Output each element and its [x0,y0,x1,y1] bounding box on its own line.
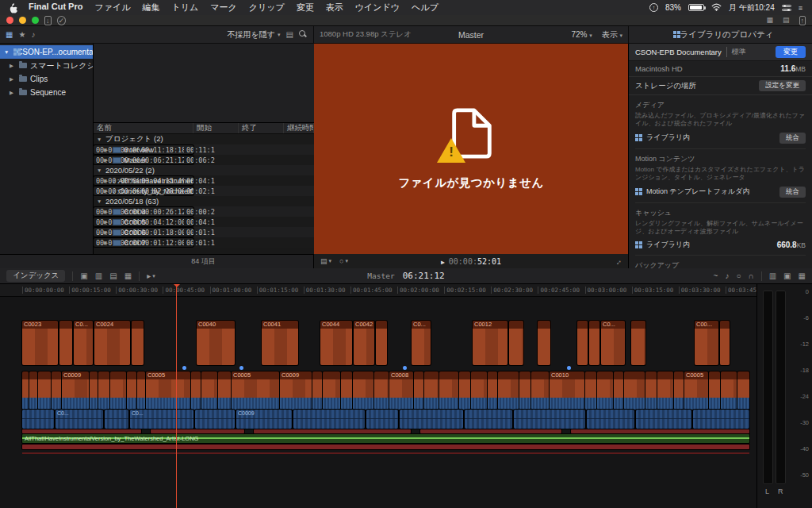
primary-storyline-clip[interactable] [137,371,145,410]
primary-storyline-clip[interactable] [353,371,373,410]
primary-storyline-clip[interactable] [98,371,109,410]
sidebar-item[interactable]: ▶Sequence [0,86,93,99]
clip-appearance-icon[interactable]: ▤ [286,30,293,39]
primary-storyline-clip[interactable] [90,371,98,410]
connected-video-clip[interactable] [589,321,599,365]
modify-settings-button[interactable]: 設定を変更 [759,80,806,91]
primary-storyline-clip[interactable] [341,371,352,410]
viewer-view-dropdown[interactable]: 表示 ▾ [602,29,622,40]
primary-storyline-clip[interactable] [22,371,29,410]
primary-storyline-clip[interactable] [191,371,201,410]
primary-storyline-clip[interactable]: C0008 [389,371,413,410]
primary-storyline-clip[interactable] [657,371,673,410]
primary-storyline-clip[interactable] [459,371,470,410]
disclosure-icon[interactable]: ▶ [10,76,16,83]
column-header[interactable]: 終了 [239,123,284,133]
upload-status-icon[interactable]: ↑ [649,3,658,12]
clip-marker[interactable] [403,366,407,370]
audio-role-segment[interactable] [22,429,141,433]
connected-audio-clip[interactable] [465,410,512,429]
primary-storyline-clip[interactable] [585,371,596,410]
menu-item[interactable]: ウインドウ [355,2,400,13]
close-window-button[interactable] [6,17,13,24]
connected-audio-clip[interactable] [636,410,691,429]
skimming-icon[interactable]: ~ [714,271,718,280]
play-button[interactable]: ▶ [441,259,445,266]
photos-audio-sidebar-icon[interactable]: ★ [18,30,25,39]
connected-audio-clip[interactable] [514,410,585,429]
connected-audio-clip[interactable] [22,410,54,429]
primary-storyline-clip[interactable] [127,371,136,410]
connected-video-clip[interactable] [509,321,523,365]
browser-filmstrip-area[interactable] [94,44,314,123]
search-icon[interactable] [299,30,308,39]
primary-storyline-clip[interactable] [471,371,487,410]
menu-item[interactable]: 変更 [297,2,314,13]
browser-layout-icon[interactable]: ▦ [766,16,773,25]
viewer-canvas[interactable]: ! ファイルが見つかりません [314,44,628,254]
index-button[interactable]: インデックス [6,270,65,282]
primary-storyline-clip[interactable] [531,371,549,410]
connected-audio-clip[interactable]: C0009 [236,410,292,429]
connected-video-clip[interactable]: C0024 [94,321,130,365]
primary-storyline-clip[interactable] [374,371,389,410]
menu-item[interactable]: 表示 [326,2,343,13]
change-button[interactable]: 変更 [776,46,806,58]
audio-role-segment[interactable] [254,429,411,433]
connected-audio-clip[interactable] [587,410,634,429]
primary-storyline-clip[interactable]: C0005 [232,371,279,410]
primary-storyline-clip[interactable] [721,371,737,410]
primary-storyline-clip[interactable] [488,371,497,410]
table-row[interactable]: ▶C000500:00:00:0000:04:12:0000:04:1 [94,217,314,227]
table-row[interactable]: ▼2020/05/22 (2) [94,165,314,175]
clip-marker[interactable] [182,366,186,370]
menu-item[interactable]: Final Cut Pro [29,2,82,13]
menu-item[interactable]: マーク [210,2,237,13]
snapping-icon[interactable]: ∩ [748,271,753,280]
wifi-icon[interactable] [711,3,722,13]
connected-audio-clip[interactable] [293,410,365,429]
primary-storyline-clip[interactable] [709,371,720,410]
connected-video-clip[interactable]: C0040 [197,321,235,365]
consolidate-button[interactable]: 統合 [779,187,806,198]
menu-item[interactable]: 編集 [142,2,159,13]
connected-audio-clip[interactable] [366,410,398,429]
table-row[interactable]: ▶♪AllThatIHaveInstrumen...00:00:00:0000:… [94,175,314,186]
primary-storyline-clip[interactable]: C0009 [62,371,89,410]
disclosure-icon[interactable]: ▶ [104,178,110,184]
table-row[interactable]: ▶C000600:00:00:0000:01:18:0000:01:1 [94,227,314,237]
disclosure-icon[interactable]: ▶ [104,157,110,164]
timeline-index-panel-icon[interactable]: ▦ [799,271,806,280]
overwrite-clip-icon[interactable]: ▦ [124,271,132,280]
audio-meters-toggle-icon[interactable]: ▣ [783,271,791,280]
libraries-sidebar-icon[interactable]: ▦ [6,30,13,39]
primary-storyline-clip[interactable] [645,371,657,410]
disclosure-icon[interactable]: ▶ [104,229,110,236]
clip-marker[interactable] [239,366,243,370]
column-header[interactable]: 名前 [94,123,193,133]
append-clip-icon[interactable]: ▣ [80,271,87,280]
audio-role-segment[interactable] [420,429,561,433]
disclosure-icon[interactable]: ▶ [104,147,110,153]
sidebar-item[interactable]: ▶Clips [0,72,93,86]
tool-dropdown[interactable]: ▸▾ [147,271,155,280]
primary-storyline-clip[interactable] [110,371,126,410]
disclosure-icon[interactable]: ▶ [104,219,110,225]
primary-storyline-clip[interactable]: C0010 [550,371,584,410]
titles-generators-icon[interactable]: ♪ [31,30,35,39]
menu-item[interactable]: トリム [171,2,198,13]
disclosure-icon[interactable]: ▶ [104,240,110,246]
clip-filter-dropdown[interactable]: 不採用を隠す▾ [228,29,281,40]
primary-storyline-clip[interactable]: C0005 [146,371,190,410]
connected-video-clip[interactable] [132,321,144,365]
table-row[interactable]: ▶C000400:00:00:0000:00:26:1200:00:2 [94,206,314,217]
disclosure-icon[interactable]: ▼ [4,49,10,55]
sidebar-item[interactable]: ▶スマートコレクション [0,59,93,72]
connected-video-clip[interactable]: C0041 [262,321,298,365]
column-header[interactable]: 開始 [193,123,239,133]
control-center-icon[interactable] [782,5,791,11]
primary-storyline-clip[interactable] [737,371,749,410]
connected-video-clip[interactable]: C0012 [473,321,508,365]
media-import-icon[interactable]: ↓ [44,16,52,25]
connected-audio-clip[interactable]: C0... [130,410,193,429]
